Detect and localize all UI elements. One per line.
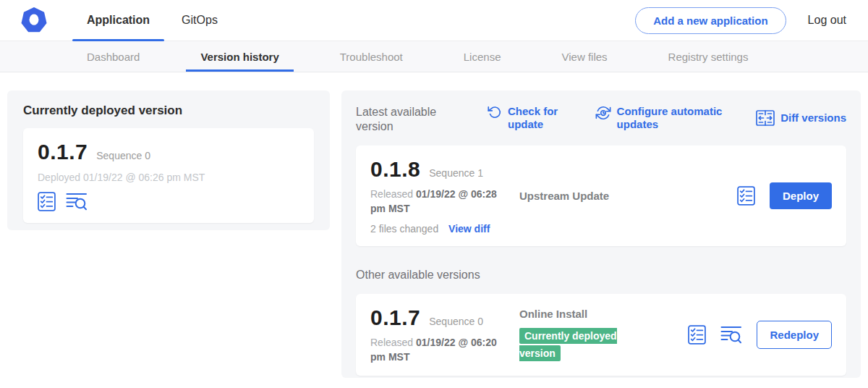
- auto-update-clock-icon: [595, 105, 611, 121]
- tab-gitops[interactable]: GitOps: [166, 0, 234, 41]
- latest-version-source: Upstream Update: [519, 190, 737, 202]
- latest-released-timestamp: Released 01/19/22 @ 06:28 pm MST: [370, 187, 519, 216]
- currently-deployed-badge: Currently deployed version: [519, 328, 617, 362]
- deployed-version-number: 0.1.7: [38, 140, 88, 164]
- other-version-number: 0.1.7: [370, 305, 420, 330]
- deployed-sequence: Sequence 0: [96, 150, 150, 161]
- diff-versions-link[interactable]: Diff versions: [756, 105, 846, 131]
- kots-logo-icon: [20, 6, 48, 35]
- files-changed-count: 2 files changed: [370, 223, 438, 235]
- deployed-timestamp: Deployed 01/19/22 @ 06:26 pm MST: [38, 172, 299, 183]
- configure-automatic-updates-link[interactable]: Configure automatic updates: [595, 105, 726, 131]
- subnav-registry-settings[interactable]: Registry settings: [651, 41, 766, 72]
- preflight-checklist-icon[interactable]: [688, 325, 706, 345]
- primary-nav: Application GitOps: [71, 0, 234, 41]
- other-versions-heading: Other available versions: [356, 268, 846, 282]
- redeploy-button[interactable]: Redeploy: [757, 321, 832, 349]
- top-bar: Application GitOps Add a new application…: [0, 0, 868, 41]
- deployed-panel-title: Currently deployed version: [23, 104, 314, 118]
- latest-version-card: 0.1.8 Sequence 1 Released 01/19/22 @ 06:…: [356, 146, 846, 246]
- available-versions-panel: Latest available version Check for updat…: [341, 90, 861, 378]
- subnav-troubleshoot[interactable]: Troubleshoot: [323, 41, 420, 72]
- subnav-dashboard[interactable]: Dashboard: [69, 41, 157, 72]
- other-released-timestamp: Released 01/19/22 @ 06:20 pm MST: [370, 336, 519, 364]
- deploy-logs-icon[interactable]: [720, 326, 742, 345]
- deploy-button[interactable]: Deploy: [770, 182, 832, 209]
- subnav-view-files[interactable]: View files: [544, 41, 624, 72]
- subnav-version-history[interactable]: Version history: [183, 41, 296, 72]
- subnav-license[interactable]: License: [446, 41, 519, 72]
- currently-deployed-panel: Currently deployed version 0.1.7 Sequenc…: [7, 90, 330, 230]
- latest-available-title: Latest available version: [356, 105, 451, 134]
- check-for-update-link[interactable]: Check for update: [488, 105, 564, 131]
- deployed-version-card: 0.1.7 Sequence 0 Deployed 01/19/22 @ 06:…: [23, 128, 314, 223]
- logout-link[interactable]: Log out: [808, 14, 846, 27]
- add-application-button[interactable]: Add a new application: [635, 7, 786, 34]
- other-sequence: Sequence 0: [429, 316, 483, 327]
- latest-version-number: 0.1.8: [370, 157, 420, 182]
- diff-table-icon: [756, 110, 775, 126]
- preflight-checklist-icon[interactable]: [737, 186, 755, 206]
- refresh-icon: [488, 105, 502, 119]
- other-version-card: 0.1.7 Sequence 0 Released 01/19/22 @ 06:…: [356, 294, 846, 376]
- latest-sequence: Sequence 1: [429, 167, 483, 179]
- deploy-logs-icon[interactable]: [66, 193, 88, 211]
- view-diff-link[interactable]: View diff: [448, 223, 490, 235]
- app-subnav: Dashboard Version history Troubleshoot L…: [0, 41, 868, 72]
- tab-application[interactable]: Application: [71, 0, 166, 41]
- topbar-right: Add a new application Log out: [635, 7, 846, 34]
- other-version-source: Online Install: [519, 308, 688, 320]
- preflight-checklist-icon[interactable]: [38, 192, 56, 211]
